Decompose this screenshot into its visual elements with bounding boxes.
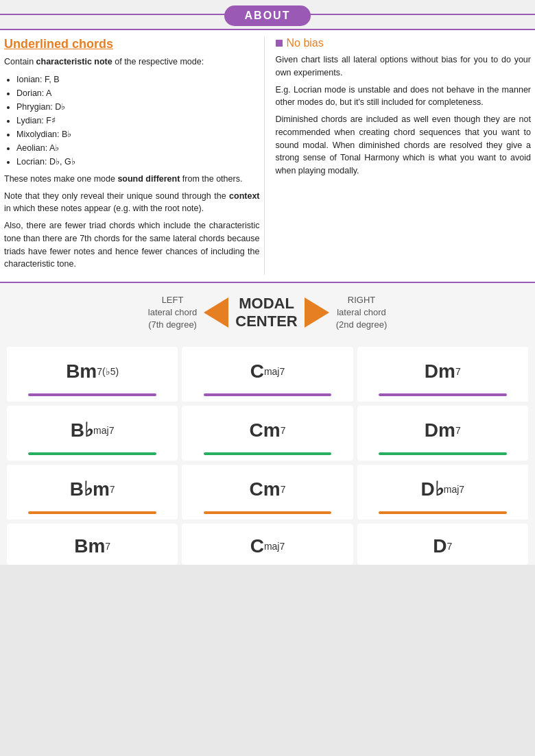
- para2-post: in which these notes appear (e.g. with t…: [4, 204, 204, 213]
- chord-bar: [379, 452, 507, 455]
- chord-sup: maj7: [264, 541, 285, 551]
- bullet-list: Ionian: F, B Dorian: A Phrygian: D♭ Lydi…: [4, 73, 260, 169]
- intro-text: Contain: [4, 57, 34, 66]
- chord-sup: 7: [455, 426, 461, 435]
- chord-bar: [28, 452, 156, 455]
- page-wrapper: ABOUT Underlined chords Contain characte…: [0, 0, 535, 565]
- chord-sup: maj7: [444, 485, 464, 494]
- chord-cell-row3-center: Cmaj7: [182, 524, 353, 565]
- chord-cell-row2-left: B♭m7: [7, 465, 178, 520]
- chord-sup: 7: [455, 367, 461, 376]
- header: ABOUT: [0, 0, 535, 29]
- chord-sup: 7: [447, 541, 453, 551]
- chord-text: D♭maj7: [421, 474, 465, 504]
- chord-cell-row1-right: Dm7: [357, 406, 528, 461]
- bullet-item: Dorian: A: [16, 86, 260, 100]
- para2-pre: Note that they only reveal their unique …: [4, 191, 226, 201]
- para2-bold: context: [229, 191, 259, 201]
- chord-cell-row0-left: Bm7(♭5): [7, 347, 178, 402]
- chord-sup: 7: [281, 485, 286, 494]
- left-title: Underlined chords: [4, 37, 260, 51]
- chord-sup: 7: [105, 541, 110, 551]
- left-column: Underlined chords Contain characteristic…: [4, 37, 265, 275]
- chord-sup: maj7: [264, 367, 285, 376]
- bullet-item: Lydian: F♯: [16, 114, 260, 127]
- intro-bold: characteristic note: [36, 57, 112, 66]
- chord-cell-row3-left: Bm7: [7, 524, 178, 565]
- para3: Also, there are fewer triad chords which…: [4, 219, 260, 271]
- chord-text: Dm7: [425, 356, 461, 387]
- modal-center-label: MODAL CENTER: [235, 295, 297, 331]
- chord-text: Cm7: [250, 415, 286, 446]
- left-lateral-label: LEFT lateral chord (7th degree): [148, 294, 198, 332]
- chord-cell-row1-center: Cm7: [182, 406, 353, 461]
- chord-bar: [379, 511, 507, 514]
- arrow-right-icon: [305, 297, 329, 328]
- bullet-item: Locrian: D♭, G♭: [16, 155, 260, 169]
- left-intro-para: Contain characteristic note of the respe…: [4, 56, 260, 69]
- right-title: No bias: [287, 37, 324, 49]
- chord-grid: Bm7(♭5) Cmaj7 Dm7 B♭maj7 Cm7 Dm7: [7, 347, 528, 565]
- chord-text: Cmaj7: [250, 533, 285, 559]
- intro-rest: of the respective mode:: [115, 57, 204, 66]
- chord-text: Cmaj7: [250, 356, 285, 387]
- chord-bar: [204, 452, 332, 455]
- para1: These notes make one mode sound differen…: [4, 173, 260, 186]
- chord-bar: [28, 511, 156, 514]
- chord-sup: 7(♭5): [97, 367, 119, 376]
- top-section: Underlined chords Contain characteristic…: [0, 29, 535, 283]
- para1-bold: sound different: [117, 174, 180, 184]
- modal-diagram: LEFT lateral chord (7th degree) MODAL CE…: [7, 290, 528, 336]
- para2: Note that they only reveal their unique …: [4, 190, 260, 216]
- chord-text: Cm7: [250, 474, 286, 504]
- chord-text: Dm7: [425, 415, 461, 446]
- chord-text: Bm7: [74, 533, 110, 559]
- chord-sup: 7: [110, 485, 115, 494]
- chord-cell-row0-right: Dm7: [357, 347, 528, 402]
- chord-cell-row1-left: B♭maj7: [7, 406, 178, 461]
- chord-sup: maj7: [93, 426, 114, 435]
- bullet-item: Ionian: F, B: [16, 73, 260, 86]
- para1-pre: These notes make one mode: [4, 174, 115, 184]
- chord-bar: [379, 393, 507, 396]
- bullet-item: Mixolydian: B♭: [16, 127, 260, 141]
- chord-text: B♭maj7: [71, 415, 115, 446]
- chord-text: B♭m7: [70, 474, 115, 504]
- para1-post: from the others.: [182, 174, 243, 184]
- chord-cell-row2-center: Cm7: [182, 465, 353, 520]
- bullet-item: Phrygian: D♭: [16, 100, 260, 114]
- right-para3: Diminished chords are included as well e…: [276, 113, 532, 178]
- right-para2: E.g. Locrian mode is unstable and does n…: [276, 84, 532, 110]
- chord-cell-row0-center: Cmaj7: [182, 347, 353, 402]
- chord-text: D7: [433, 533, 452, 559]
- chord-bar: [204, 393, 332, 396]
- chord-sup: 7: [281, 426, 286, 435]
- chord-cell-row3-right: D7: [357, 524, 528, 565]
- no-bias-square-icon: [276, 40, 283, 47]
- header-title: ABOUT: [224, 5, 311, 26]
- right-lateral-label: RIGHT lateral chord (2nd degree): [336, 294, 387, 332]
- bottom-section: LEFT lateral chord (7th degree) MODAL CE…: [0, 283, 535, 565]
- chord-bar: [204, 511, 332, 514]
- right-para1: Given chart lists all lateral options wi…: [276, 53, 532, 80]
- chord-text: Bm7(♭5): [66, 356, 119, 387]
- chord-cell-row2-right: D♭maj7: [357, 465, 528, 520]
- bullet-item: Aeolian: A♭: [16, 141, 260, 155]
- arrow-left-icon: [204, 297, 228, 328]
- right-column: No bias Given chart lists all lateral op…: [270, 37, 532, 275]
- no-bias-header: No bias: [276, 37, 532, 49]
- chord-bar: [28, 393, 156, 396]
